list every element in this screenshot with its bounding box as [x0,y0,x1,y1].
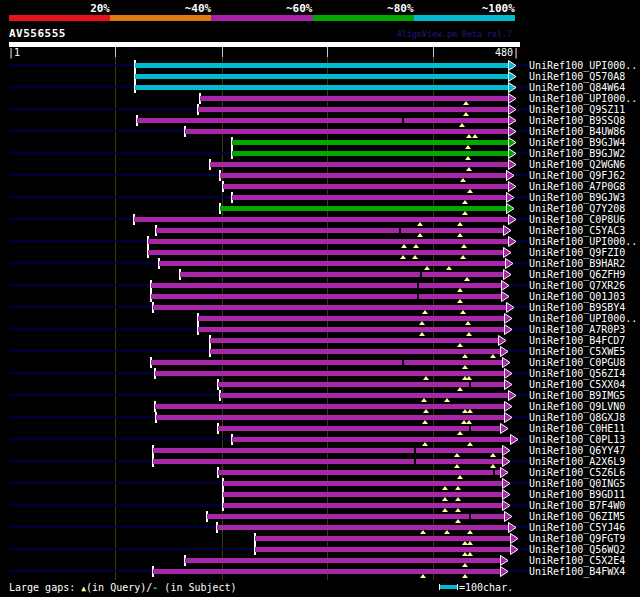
alignment-bar[interactable] [151,294,502,299]
subject-label[interactable]: UniRef100_B9SBY4 [529,302,639,313]
alignment-arrowhead-icon[interactable] [508,214,517,225]
subject-label[interactable]: UniRef100_A2X6L9 [529,456,639,467]
alignment-bar[interactable] [156,228,504,233]
subject-label[interactable]: UniRef100_C5YAC3 [529,225,639,236]
subject-label[interactable]: UniRef100_Q6ZFH9 [529,269,639,280]
alignment-arrowhead-icon[interactable] [508,71,517,82]
alignment-bar[interactable] [135,74,509,79]
subject-label[interactable]: UniRef100_UPI000.. [529,93,639,104]
subject-label[interactable]: UniRef100_Q9FZI0 [529,247,639,258]
subject-label[interactable]: UniRef100_B4UW86 [529,126,639,137]
alignment-arrowhead-icon[interactable] [500,346,509,357]
alignment-bar[interactable] [217,525,509,530]
alignment-arrowhead-icon[interactable] [508,60,517,71]
alignment-arrowhead-icon[interactable] [502,357,511,368]
alignment-bar[interactable] [153,569,501,574]
alignment-arrowhead-icon[interactable] [504,379,513,390]
subject-label[interactable]: UniRef100_C5Z6L6 [529,467,639,478]
subject-label[interactable]: UniRef100_Q9SZ11 [529,104,639,115]
subject-label[interactable]: UniRef100_B9GJW2 [529,148,639,159]
subject-label[interactable]: UniRef100_Q8GXJ8 [529,412,639,423]
alignment-bar[interactable] [156,415,505,420]
alignment-bar[interactable] [223,481,503,486]
subject-label[interactable]: UniRef100_B9IMG5 [529,390,639,401]
alignment-arrowhead-icon[interactable] [502,500,511,511]
alignment-bar[interactable] [223,503,503,508]
alignment-bar[interactable] [153,448,503,453]
subject-label[interactable]: UniRef100_B9GD11 [529,489,639,500]
subject-label[interactable]: UniRef100_UPI000.. [529,236,639,247]
alignment-arrowhead-icon[interactable] [508,82,517,93]
alignment-bar[interactable] [220,393,509,398]
alignment-arrowhead-icon[interactable] [508,390,517,401]
alignment-arrowhead-icon[interactable] [508,522,517,533]
alignment-bar[interactable] [198,316,505,321]
subject-label[interactable]: UniRef100_C0PL13 [529,434,639,445]
alignment-bar[interactable] [198,327,505,332]
subject-label[interactable]: UniRef100_B7F4W0 [529,500,639,511]
alignment-arrowhead-icon[interactable] [510,544,519,555]
alignment-bar[interactable] [159,261,506,266]
subject-label[interactable]: UniRef100_Q01J03 [529,291,639,302]
alignment-bar[interactable] [223,492,503,497]
subject-label[interactable]: UniRef100_C5X2E4 [529,555,639,566]
alignment-arrowhead-icon[interactable] [503,225,512,236]
alignment-arrowhead-icon[interactable] [503,247,512,258]
alignment-arrowhead-icon[interactable] [508,137,517,148]
alignment-bar[interactable] [148,239,509,244]
subject-label[interactable]: UniRef100_B4FWX4 [529,566,639,577]
alignment-arrowhead-icon[interactable] [508,93,517,104]
subject-label[interactable]: UniRef100_Q6ZIM5 [529,511,639,522]
alignment-arrowhead-icon[interactable] [504,324,513,335]
alignment-bar[interactable] [151,360,503,365]
alignment-arrowhead-icon[interactable] [504,368,513,379]
subject-label[interactable]: UniRef100_C5YJ46 [529,522,639,533]
alignment-bar[interactable] [210,338,499,343]
alignment-arrowhead-icon[interactable] [500,467,509,478]
alignment-bar[interactable] [180,272,504,277]
alignment-bar[interactable] [148,250,504,255]
alignment-arrowhead-icon[interactable] [508,236,517,247]
subject-label[interactable]: UniRef100_B9GJW4 [529,137,639,148]
alignment-arrowhead-icon[interactable] [500,555,509,566]
alignment-bar[interactable] [137,118,509,123]
alignment-arrowhead-icon[interactable] [508,104,517,115]
alignment-arrowhead-icon[interactable] [508,126,517,137]
alignment-bar[interactable] [185,129,509,134]
alignment-arrowhead-icon[interactable] [500,423,509,434]
subject-label[interactable]: UniRef100_Q56ZI4 [529,368,639,379]
subject-label[interactable]: UniRef100_Q9FJ62 [529,170,639,181]
alignment-arrowhead-icon[interactable] [510,533,519,544]
alignment-arrowhead-icon[interactable] [508,159,517,170]
alignment-arrowhead-icon[interactable] [504,313,513,324]
alignment-arrowhead-icon[interactable] [504,412,513,423]
subject-label[interactable]: UniRef100_C0P8U6 [529,214,639,225]
subject-label[interactable]: UniRef100_C0HE11 [529,423,639,434]
alignment-arrowhead-icon[interactable] [503,269,512,280]
alignment-arrowhead-icon[interactable] [508,115,517,126]
subject-label[interactable]: UniRef100_Q56WQ2 [529,544,639,555]
alignment-bar[interactable] [151,283,502,288]
subject-label[interactable]: UniRef100_B4FCD7 [529,335,639,346]
subject-label[interactable]: UniRef100_Q6YY47 [529,445,639,456]
subject-label[interactable]: UniRef100_B9HAR2 [529,258,639,269]
alignment-arrowhead-icon[interactable] [501,280,510,291]
alignment-bar[interactable] [155,371,505,376]
subject-label[interactable]: UniRef100_C5XWE5 [529,346,639,357]
subject-label[interactable]: UniRef100_A7P0G8 [529,181,639,192]
subject-label[interactable]: UniRef100_Q9LVN0 [529,401,639,412]
alignment-arrowhead-icon[interactable] [500,566,509,577]
subject-label[interactable]: UniRef100_B9GJW3 [529,192,639,203]
alignment-arrowhead-icon[interactable] [506,192,515,203]
alignment-bar[interactable] [153,305,507,310]
alignment-arrowhead-icon[interactable] [508,181,517,192]
alignment-bar[interactable] [134,217,509,222]
subject-label[interactable]: UniRef100_Q7XR26 [529,280,639,291]
alignment-arrowhead-icon[interactable] [504,511,513,522]
alignment-arrowhead-icon[interactable] [502,489,511,500]
alignment-arrowhead-icon[interactable] [510,434,519,445]
subject-label[interactable]: UniRef100_Q7Y208 [529,203,639,214]
alignment-arrowhead-icon[interactable] [502,478,511,489]
alignment-arrowhead-icon[interactable] [506,203,515,214]
subject-label[interactable]: UniRef100_Q2WGN6 [529,159,639,170]
